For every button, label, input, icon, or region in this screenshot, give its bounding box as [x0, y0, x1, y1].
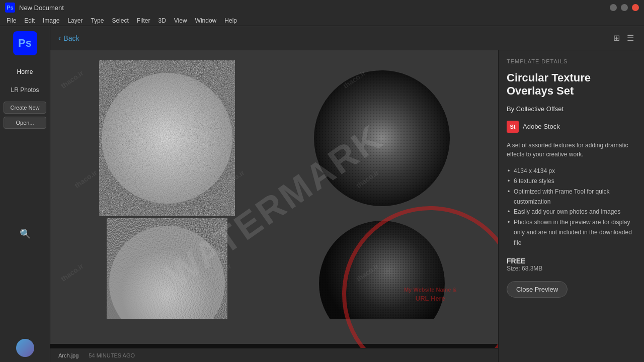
- grid-icon[interactable]: ⊞: [611, 31, 622, 45]
- sidebar: Ps Home LR Photos Create New Open... 🔍: [0, 26, 50, 362]
- template-title: Circular Texture Overlays Set: [507, 71, 636, 98]
- svg-point-4: [109, 226, 225, 319]
- back-button[interactable]: ‹ Back: [58, 34, 79, 43]
- svg-point-0: [102, 73, 232, 204]
- list-icon[interactable]: ☰: [625, 31, 636, 45]
- window-controls: [610, 4, 639, 11]
- menu-3d[interactable]: 3D: [154, 16, 170, 25]
- menubar: File Edit Image Layer Type Select Filter…: [0, 15, 644, 26]
- back-label: Back: [63, 34, 79, 42]
- close-preview-button[interactable]: Close Preview: [507, 281, 568, 298]
- feature-item-3: Easily add your own photos and images: [507, 207, 636, 217]
- main-container: Ps Home LR Photos Create New Open... 🔍 ‹…: [0, 26, 644, 362]
- back-arrow-icon: ‹: [58, 34, 61, 43]
- circle-preview-3: [107, 218, 227, 319]
- svg-point-3: [314, 70, 450, 206]
- feature-list: 4134 x 4134 px 6 texture styles Optimize…: [507, 166, 636, 248]
- description-text: A set of assorted textures for adding dr…: [507, 141, 636, 159]
- app-icon-text: Ps: [7, 5, 13, 11]
- dialog-body: thaco.ir thaco.ir thaco.ir thaco.ir thac…: [50, 50, 644, 362]
- adobe-stock-icon: St: [507, 121, 519, 133]
- svg-point-7: [319, 221, 445, 319]
- status-filename: Arch.jpg: [58, 352, 78, 358]
- circle-preview-4: [314, 218, 450, 319]
- feature-item-2: Optimized with Frame Tool for quick cust…: [507, 187, 636, 207]
- menu-view[interactable]: View: [170, 16, 191, 25]
- search-icon[interactable]: 🔍: [18, 226, 33, 241]
- open-button[interactable]: Open...: [4, 117, 46, 129]
- sidebar-item-home[interactable]: Home: [3, 65, 47, 78]
- avatar[interactable]: [16, 339, 34, 357]
- icon-toolbar: ⊞ ☰: [611, 31, 636, 45]
- sidebar-buttons: Create New Open...: [0, 102, 50, 129]
- menu-image[interactable]: Image: [39, 16, 63, 25]
- menu-help[interactable]: Help: [220, 16, 241, 25]
- title-text: New Document: [19, 4, 610, 12]
- titlebar: Ps New Document: [0, 0, 644, 15]
- author-line: By Collective Offset: [507, 105, 636, 113]
- create-new-button[interactable]: Create New: [4, 102, 46, 114]
- template-details-label: TEMPLATE DETAILS: [507, 58, 636, 64]
- menu-select[interactable]: Select: [108, 16, 132, 25]
- maximize-button[interactable]: [621, 4, 628, 11]
- price-label: FREE: [507, 257, 636, 265]
- circle-preview-2: [309, 60, 455, 216]
- preview-area: thaco.ir thaco.ir thaco.ir thaco.ir thac…: [50, 50, 498, 362]
- dialog-header: ‹ Back ⊞ ☰: [50, 26, 644, 50]
- feature-item-0: 4134 x 4134 px: [507, 166, 636, 176]
- right-panel: TEMPLATE DETAILS Circular Texture Overla…: [498, 50, 644, 362]
- circle-preview-1: [99, 60, 235, 216]
- status-time: 54 MINUTES AGO: [89, 352, 135, 358]
- sidebar-item-lr-photos[interactable]: LR Photos: [3, 83, 47, 97]
- menu-edit[interactable]: Edit: [20, 16, 39, 25]
- preview-image-container: thaco.ir thaco.ir thaco.ir thaco.ir thac…: [50, 50, 498, 362]
- feature-item-1: 6 texture styles: [507, 176, 636, 186]
- new-document-dialog: ‹ Back ⊞ ☰ thaco.ir t: [50, 26, 644, 362]
- author-name: Collective Offset: [516, 105, 564, 113]
- by-prefix: By: [507, 105, 514, 113]
- menu-file[interactable]: File: [3, 16, 20, 25]
- ps-logo: Ps: [13, 31, 37, 55]
- close-button[interactable]: [632, 4, 639, 11]
- size-label: Size: 68.3MB: [507, 265, 636, 272]
- status-bar: Arch.jpg 54 MINUTES AGO: [50, 348, 498, 362]
- adobe-stock-badge: St Adobe Stock: [507, 121, 636, 133]
- feature-item-4: Photos shown in the preview are for disp…: [507, 217, 636, 248]
- minimize-button[interactable]: [610, 4, 617, 11]
- content-area: ‹ Back ⊞ ☰ thaco.ir t: [50, 26, 644, 362]
- menu-filter[interactable]: Filter: [133, 16, 154, 25]
- menu-layer[interactable]: Layer: [63, 16, 87, 25]
- menu-window[interactable]: Window: [191, 16, 221, 25]
- adobe-stock-label: Adobe Stock: [523, 123, 560, 130]
- price-section: FREE Size: 68.3MB: [507, 257, 636, 272]
- menu-type[interactable]: Type: [87, 16, 108, 25]
- app-icon: Ps: [5, 3, 15, 13]
